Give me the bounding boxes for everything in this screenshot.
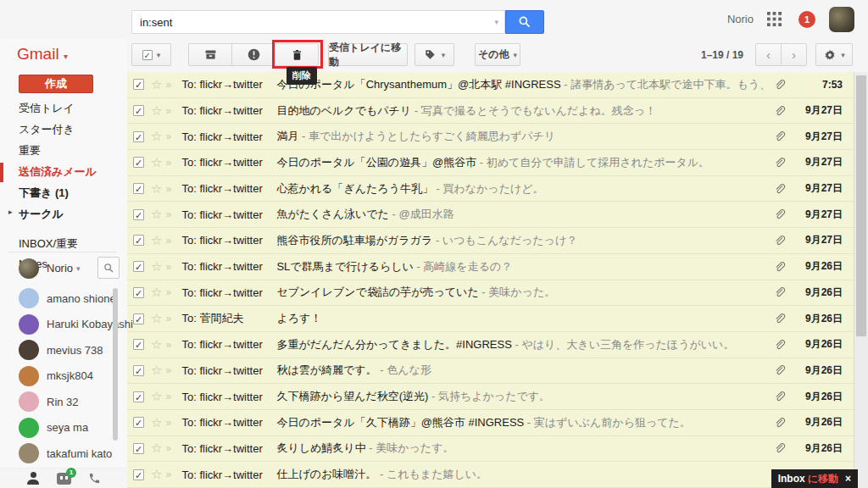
contact-item[interactable]: Haruki Kobayashi (19, 312, 110, 338)
importance-marker-icon[interactable]: » (165, 261, 176, 273)
account-name[interactable]: Norio (727, 13, 754, 25)
star-icon[interactable]: ☆ (151, 389, 162, 404)
importance-marker-icon[interactable]: » (165, 105, 176, 117)
more-button[interactable]: その他 ▾ (475, 43, 520, 66)
contact-item[interactable]: mevius 738 (19, 337, 110, 363)
chevron-down-icon[interactable]: ▾ (76, 264, 81, 273)
hangouts-chat-icon[interactable]: 1 (57, 473, 71, 485)
star-icon[interactable]: ☆ (151, 415, 162, 430)
importance-marker-icon[interactable]: » (165, 442, 176, 454)
contact-item[interactable]: seya ma (19, 415, 110, 441)
expand-arrow-icon[interactable]: ▸ (8, 208, 13, 216)
contact-item[interactable]: Rin 32 (19, 389, 110, 415)
row-checkbox[interactable]: ✓ (133, 183, 144, 194)
row-checkbox[interactable]: ✓ (133, 339, 144, 350)
star-icon[interactable]: ☆ (151, 155, 162, 170)
email-row[interactable]: ✓ ☆ » To: flickr→twitter セブンイレブンで袋詰の芋が売っ… (127, 280, 854, 307)
importance-marker-icon[interactable]: » (165, 469, 176, 480)
notification-badge[interactable]: 1 (798, 11, 815, 28)
close-icon[interactable]: × (845, 473, 851, 485)
importance-marker-icon[interactable]: » (165, 79, 176, 91)
row-checkbox[interactable]: ✓ (133, 443, 144, 454)
row-checkbox[interactable]: ✓ (133, 79, 144, 90)
importance-marker-icon[interactable]: » (165, 364, 176, 376)
email-row[interactable]: ✓ ☆ » To: flickr→twitter 仕上げのお味噌汁。 - これも… (127, 462, 854, 488)
importance-marker-icon[interactable]: » (165, 157, 176, 169)
contact-scrollbar[interactable] (113, 288, 118, 441)
email-row[interactable]: ✓ ☆ » To: flickr→twitter 今日のポータル「久下橋跡」@熊… (127, 410, 854, 436)
row-checkbox[interactable]: ✓ (133, 235, 144, 246)
row-checkbox[interactable]: ✓ (133, 365, 144, 376)
sidebar-nav-item[interactable]: ▸ 下書き (1) (0, 183, 127, 204)
importance-marker-icon[interactable]: » (165, 183, 176, 195)
row-checkbox[interactable]: ✓ (133, 313, 144, 324)
move-to-inbox-button[interactable]: 受信トレイに移動 (328, 43, 408, 66)
email-row[interactable]: ✓ ☆ » To: flickr→twitter 熊谷市役所の駐車場がガラガラ … (127, 228, 854, 254)
email-row[interactable]: ✓ ☆ » To: flickr→twitter 満月 - 車で出かけようとした… (127, 124, 854, 150)
older-page-button[interactable]: › (781, 43, 807, 66)
star-icon[interactable]: ☆ (151, 77, 162, 92)
email-row[interactable]: ✓ ☆ » To: flickr→twitter 今日のポータル「Chrysan… (127, 72, 854, 98)
contact-item[interactable]: takafumi kato (19, 441, 110, 467)
email-row[interactable]: ✓ ☆ » To: flickr→twitter 魚がたくさん泳いでた - @成… (127, 202, 854, 228)
importance-marker-icon[interactable]: » (165, 208, 176, 220)
email-row[interactable]: ✓ ☆ » To: flickr→twitter 炙りしめ鯖炙り中 - 美味かっ… (127, 436, 854, 463)
row-checkbox[interactable]: ✓ (133, 131, 144, 142)
row-checkbox[interactable]: ✓ (133, 105, 144, 116)
spam-button[interactable] (231, 43, 275, 66)
sidebar-nav-item[interactable]: ▸ 受信トレイ (0, 98, 127, 119)
email-row[interactable]: ✓ ☆ » To: flickr→twitter 心惹かれる「ぎんたろう牛乳」 … (127, 176, 854, 202)
select-all-checkbox[interactable]: ✓ (142, 50, 153, 60)
star-icon[interactable]: ☆ (151, 181, 162, 197)
chat-me-name[interactable]: Norio (47, 262, 73, 274)
sidebar-nav-item[interactable]: ▸ 送信済みメール (0, 162, 127, 183)
gmail-menu[interactable]: Gmail ▾ (17, 45, 68, 64)
labels-button[interactable]: ▾ (415, 43, 454, 66)
importance-marker-icon[interactable]: » (165, 313, 176, 324)
select-all-button[interactable]: ✓ ▾ (131, 43, 171, 66)
importance-marker-icon[interactable]: » (165, 286, 176, 298)
star-icon[interactable]: ☆ (151, 285, 162, 300)
sidebar-nav-item[interactable]: ▸ スター付き (0, 119, 127, 141)
star-icon[interactable]: ☆ (151, 207, 162, 222)
row-checkbox[interactable]: ✓ (133, 417, 144, 428)
compose-button[interactable]: 作成 (19, 75, 93, 93)
phone-icon[interactable] (88, 472, 101, 485)
email-row[interactable]: ✓ ☆ » To: flickr→twitter SLで群馬まで行けるらしい -… (127, 254, 854, 280)
delete-button[interactable] (275, 43, 319, 66)
email-row[interactable]: ✓ ☆ » To: flickr→twitter 今日のポータル「公園の遊具」@… (127, 150, 854, 176)
newer-page-button[interactable]: ‹ (755, 43, 782, 66)
star-icon[interactable]: ☆ (151, 129, 162, 144)
star-icon[interactable]: ☆ (151, 363, 162, 378)
avatar[interactable] (19, 258, 39, 279)
star-icon[interactable]: ☆ (151, 467, 162, 482)
row-checkbox[interactable]: ✓ (133, 261, 144, 272)
star-icon[interactable]: ☆ (151, 233, 162, 248)
sidebar-nav-item[interactable]: ▸ 重要 (0, 141, 127, 162)
email-row[interactable]: ✓ ☆ » To: flickr→twitter 多重がだんだん分かってきました… (127, 332, 854, 358)
email-row[interactable]: ✓ ☆ » To: flickr→twitter 目的地のベルクでもパチリ - … (127, 98, 854, 125)
star-icon[interactable]: ☆ (151, 103, 162, 119)
main-scrollbar[interactable] (854, 72, 868, 488)
importance-marker-icon[interactable]: » (165, 339, 176, 351)
star-icon[interactable]: ☆ (151, 311, 162, 326)
settings-button[interactable]: ▾ (815, 43, 853, 66)
sidebar-nav-item[interactable]: ▸ サークル (0, 204, 127, 225)
star-icon[interactable]: ☆ (151, 441, 162, 456)
row-checkbox[interactable]: ✓ (133, 391, 144, 402)
importance-marker-icon[interactable]: » (165, 391, 176, 402)
search-button[interactable] (505, 10, 544, 34)
row-checkbox[interactable]: ✓ (133, 157, 144, 168)
search-options-caret-icon[interactable]: ▾ (494, 18, 498, 26)
archive-button[interactable] (188, 43, 232, 66)
star-icon[interactable]: ☆ (151, 259, 162, 274)
scrollbar-thumb[interactable] (856, 75, 866, 336)
importance-marker-icon[interactable]: » (165, 235, 176, 247)
contact-item[interactable]: amano shione (19, 286, 110, 312)
importance-marker-icon[interactable]: » (165, 130, 176, 142)
row-checkbox[interactable]: ✓ (133, 469, 144, 480)
avatar[interactable] (829, 7, 854, 32)
email-row[interactable]: ✓ ☆ » To: 菅間紀夫 よろす！ 9月26日 (127, 306, 854, 332)
apps-grid-icon[interactable] (767, 12, 782, 26)
importance-marker-icon[interactable]: » (165, 417, 176, 429)
